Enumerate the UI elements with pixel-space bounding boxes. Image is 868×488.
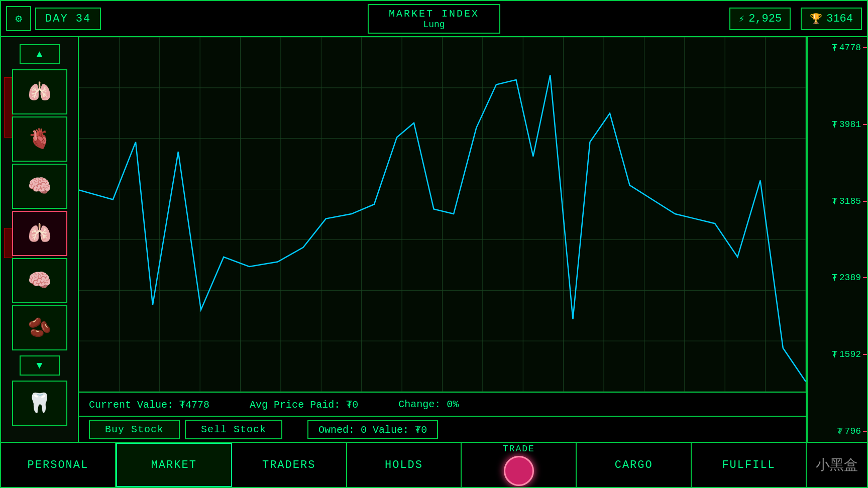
- nav-holds[interactable]: HOLDS: [347, 443, 462, 487]
- currency-symbol-2: ₮: [832, 119, 837, 130]
- price-value-2: 3981: [839, 119, 861, 130]
- logo-icon: 小黑盒: [816, 455, 858, 474]
- nav-fulfill[interactable]: FULFILL: [692, 443, 807, 487]
- gear-icon: ⚙: [15, 12, 22, 26]
- top-left-section: ⚙ DAY 34: [6, 6, 101, 31]
- organ-icon-3: 🧠: [28, 175, 51, 198]
- currency-symbol-1: ₮: [832, 42, 837, 53]
- main-content-area: ▲ 🫁 🫀 🧠 🫁 🧠 🫘 ▼: [1, 37, 867, 442]
- day-counter: DAY 34: [35, 8, 101, 30]
- chart-buttons-bar: Buy Stock Sell Stock Owned: 0 Value: ₮0: [79, 417, 806, 442]
- score-icon: 🏆: [810, 13, 822, 25]
- organ-item-2[interactable]: 🫀: [12, 116, 67, 162]
- market-index-panel: MARKET INDEX Lung: [368, 4, 500, 34]
- organ-icon-4: 🫁: [28, 222, 51, 245]
- chart-svg: [79, 37, 806, 392]
- scroll-up-button[interactable]: ▲: [20, 44, 60, 64]
- organ-icon-1: 🫁: [28, 80, 51, 103]
- price-label-2: ₮ 3981: [808, 119, 867, 130]
- currency-symbol-5: ₮: [832, 349, 837, 360]
- price-tick-1: [863, 47, 867, 48]
- price-value-1: 4778: [839, 43, 861, 53]
- chevron-down-icon: ▼: [36, 360, 42, 372]
- bottom-navigation: PERSONAL MARKET TRADERS HOLDS TRADE CARG…: [1, 442, 867, 487]
- organ-item-7[interactable]: 🦷: [12, 381, 67, 426]
- market-index-sub: Lung: [389, 20, 479, 30]
- price-label-6: ₮ 796: [808, 426, 867, 437]
- stat-credits: ⚡ 2,925: [729, 8, 791, 30]
- nav-personal[interactable]: PERSONAL: [1, 443, 116, 487]
- settings-button[interactable]: ⚙: [6, 6, 31, 31]
- organ-item-5[interactable]: 🧠: [12, 258, 67, 303]
- credits-value: 2,925: [748, 13, 782, 25]
- organ-icon-6: 🫘: [28, 316, 51, 339]
- nav-trade[interactable]: TRADE: [462, 443, 577, 487]
- organ-item-1[interactable]: 🫁: [12, 69, 67, 114]
- trade-button[interactable]: [504, 456, 534, 486]
- organ-item-6[interactable]: 🫘: [12, 305, 67, 350]
- organ-icon-2: 🫀: [28, 128, 51, 151]
- currency-symbol-6: ₮: [837, 426, 843, 437]
- price-label-5: ₮ 1592: [808, 349, 867, 360]
- price-value-4: 2389: [839, 273, 861, 283]
- price-label-1: ₮ 4778: [808, 42, 867, 53]
- price-tick-4: [863, 277, 867, 278]
- price-tick-5: [863, 354, 867, 355]
- price-tick-2: [863, 124, 867, 125]
- price-label-4: ₮ 2389: [808, 272, 867, 283]
- price-value-6: 796: [845, 426, 861, 436]
- change-label: Change: 0%: [398, 399, 459, 410]
- main-screen: ⚙ DAY 34 MARKET INDEX Lung ⚡ 2,925 🏆 316…: [0, 0, 868, 488]
- chart-area: [79, 37, 806, 392]
- top-right-section: ⚡ 2,925 🏆 3164: [729, 8, 862, 30]
- chart-info-bar: Current Value: ₮4778 Avg Price Paid: ₮0 …: [79, 392, 806, 417]
- owned-info: Owned: 0 Value: ₮0: [307, 420, 438, 439]
- price-value-3: 3185: [839, 196, 861, 206]
- market-index-title: MARKET INDEX: [389, 8, 479, 20]
- organ-icon-7: 🦷: [28, 392, 51, 415]
- score-value: 3164: [826, 13, 853, 25]
- left-sidebar: ▲ 🫁 🫀 🧠 🫁 🧠 🫘 ▼: [1, 37, 79, 442]
- price-label-3: ₮ 3185: [808, 196, 867, 207]
- buy-stock-button[interactable]: Buy Stock: [89, 420, 180, 439]
- currency-symbol-3: ₮: [832, 196, 837, 207]
- avg-price-label: Avg Price Paid: ₮0: [250, 398, 358, 411]
- currency-symbol-4: ₮: [832, 272, 837, 283]
- logo-area: 小黑盒: [807, 455, 867, 474]
- nav-market[interactable]: MARKET: [116, 443, 232, 487]
- price-tick-6: [863, 431, 867, 432]
- sell-stock-button[interactable]: Sell Stock: [185, 420, 282, 439]
- organ-item-3[interactable]: 🧠: [12, 164, 67, 209]
- price-value-5: 1592: [839, 349, 861, 359]
- scroll-down-button[interactable]: ▼: [20, 355, 60, 376]
- current-value-label: Current Value: ₮4778: [89, 398, 209, 411]
- nav-cargo[interactable]: CARGO: [577, 443, 692, 487]
- chart-container: Current Value: ₮4778 Avg Price Paid: ₮0 …: [79, 37, 807, 442]
- price-tick-3: [863, 201, 867, 202]
- top-bar: ⚙ DAY 34 MARKET INDEX Lung ⚡ 2,925 🏆 316…: [1, 1, 867, 37]
- chevron-up-icon: ▲: [36, 49, 42, 60]
- organ-item-4[interactable]: 🫁: [12, 211, 67, 256]
- day-label: DAY 34: [45, 13, 91, 25]
- nav-traders[interactable]: TRADERS: [232, 443, 347, 487]
- stat-score: 🏆 3164: [801, 8, 862, 30]
- credits-icon: ⚡: [738, 13, 744, 25]
- organ-icon-5: 🧠: [28, 269, 51, 292]
- right-price-axis: ₮ 4778 ₮ 3981 ₮ 3185 ₮ 2389 ₮ 1592: [807, 37, 867, 442]
- trade-label: TRADE: [503, 444, 535, 454]
